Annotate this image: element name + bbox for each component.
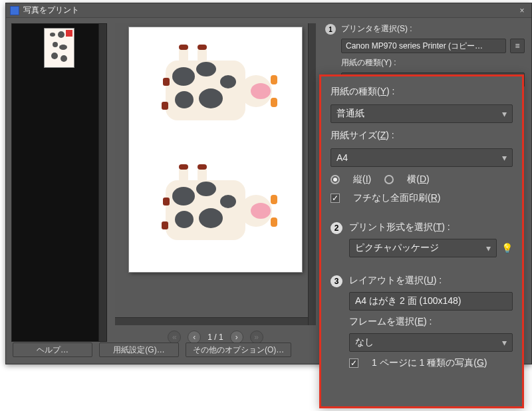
layout-label: レイアウトを選択(U) : <box>349 275 513 287</box>
highlight-overlay: 用紙の種類(Y) : 普通紙 ▾ 用紙サイズ(Z) : A4 ▾ 縦(I) 横(… <box>319 74 524 408</box>
one-kind-checkbox[interactable]: ✓ <box>349 358 358 368</box>
chevron-down-icon: ▾ <box>486 243 491 253</box>
step-number: 2 <box>331 222 342 234</box>
prev-page-button[interactable]: ‹ <box>188 331 201 344</box>
thumbnail-panel: ＋ 追加... --- 削除 <box>6 18 112 364</box>
paper-label-small: 用紙の種類(Y) : <box>341 57 525 68</box>
thumbnail-item[interactable] <box>44 28 74 68</box>
frame-select[interactable]: なし ▾ <box>349 333 513 352</box>
step-2: 2 プリント形式を選択(T) : ピクチャパッケージ ▾ 💡 <box>331 221 513 257</box>
orientation-portrait-radio[interactable] <box>331 175 340 184</box>
dialog-footer: ヘルプ… 用紙設定(G)… その他のオプション(O)… <box>13 342 291 357</box>
next-page-button[interactable]: › <box>230 331 243 344</box>
step-number: 3 <box>331 275 342 287</box>
paper-type-label: 用紙の種類(Y) : <box>331 86 513 98</box>
borderless-checkbox[interactable]: ✓ <box>331 194 340 203</box>
thumbnail-scrollbar[interactable] <box>98 24 106 341</box>
printer-select[interactable]: Canon MP970 series Printer (コピー… <box>341 39 506 53</box>
paper-type-value: 普通紙 <box>336 108 364 120</box>
step-3: 3 レイアウトを選択(U) : A4 はがき 2 面 (100x148) フレー… <box>331 275 513 369</box>
close-icon[interactable]: × <box>517 6 527 15</box>
paper-type-select[interactable]: 普通紙 ▾ <box>331 104 513 123</box>
preview-panel: « ‹ 1 / 1 › » A4 <box>112 18 319 364</box>
preview-image <box>159 41 272 140</box>
first-page-button[interactable]: « <box>168 331 181 344</box>
layout-select[interactable]: A4 はがき 2 面 (100x148) <box>349 292 513 311</box>
orientation-portrait-label: 縦(I) <box>353 174 371 186</box>
borderless-row: ✓ フチなし全面印刷(R) <box>331 192 513 204</box>
chevron-down-icon: ▾ <box>502 108 507 119</box>
printer-settings-button[interactable]: ≡ <box>510 39 525 53</box>
frame-label: フレームを選択(E) : <box>349 316 513 328</box>
preview-image <box>159 160 272 260</box>
orientation-group: 縦(I) 横(D) <box>331 174 513 186</box>
more-options-button[interactable]: その他のオプション(O)… <box>186 342 291 357</box>
frame-value: なし <box>355 337 374 348</box>
paper-size-label: 用紙サイズ(Z) : <box>331 130 513 142</box>
printer-value: Canon MP970 series Printer (コピー… <box>346 41 483 52</box>
layout-value: A4 はがき 2 面 (100x148) <box>355 295 462 307</box>
orientation-landscape-label: 横(D) <box>407 174 429 186</box>
page-indicator: 1 / 1 <box>207 333 223 342</box>
app-icon <box>10 6 19 15</box>
print-format-label: プリント形式を選択(T) : <box>349 221 513 233</box>
thumbnail-list[interactable] <box>11 23 107 342</box>
one-kind-row: ✓ 1 ページに 1 種類の写真(G) <box>349 357 513 369</box>
last-page-button[interactable]: » <box>250 331 263 344</box>
paper-size-value: A4 <box>336 152 348 163</box>
page-setup-button[interactable]: 用紙設定(G)… <box>99 342 179 357</box>
print-format-value: ピクチャパッケージ <box>355 242 439 254</box>
step-number: 1 <box>325 24 336 35</box>
one-kind-label: 1 ページに 1 種類の写真(G) <box>372 357 487 369</box>
preview-page <box>129 27 302 272</box>
lightbulb-icon[interactable]: 💡 <box>501 242 513 254</box>
help-button[interactable]: ヘルプ… <box>13 342 92 357</box>
preview-v-scrollbar[interactable] <box>308 23 316 325</box>
chevron-down-icon: ▾ <box>502 337 507 348</box>
printer-label: プリンタを選択(S) : <box>341 23 525 35</box>
titlebar: 写真をプリント × <box>6 3 531 18</box>
chevron-down-icon: ▾ <box>502 152 507 163</box>
window-title: 写真をプリント <box>23 5 79 16</box>
borderless-label: フチなし全面印刷(R) <box>353 192 440 204</box>
list-icon: ≡ <box>515 41 519 51</box>
print-format-select[interactable]: ピクチャパッケージ ▾ <box>349 239 497 257</box>
preview-area[interactable] <box>115 23 316 325</box>
orientation-landscape-radio[interactable] <box>384 175 394 184</box>
preview-h-scrollbar[interactable] <box>115 317 308 325</box>
paper-size-select[interactable]: A4 ▾ <box>331 148 513 167</box>
